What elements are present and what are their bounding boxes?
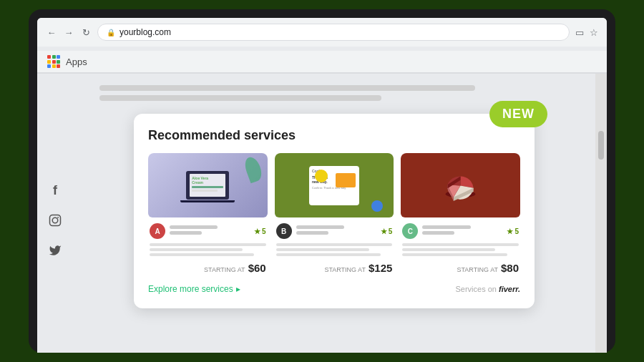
seller-row-1: A ★ 5 — [150, 223, 266, 239]
seller-name-lines-1 — [170, 225, 250, 237]
name-line — [296, 225, 344, 229]
fiverr-label: Services on — [455, 285, 496, 293]
service-thumbnail-3 — [401, 153, 520, 217]
facebook-icon[interactable]: f — [47, 182, 64, 199]
service-thumbnail-1: Aloe VeraCream — [148, 153, 268, 217]
desc-line — [276, 248, 369, 251]
desc-line — [402, 248, 495, 251]
explore-link-text: Explore more services — [148, 284, 233, 294]
star-icon-1: ★ — [254, 228, 260, 235]
fiverr-logo-text: fiverr. — [499, 285, 520, 293]
name-line — [170, 231, 202, 235]
seller-row-2: B ★ 5 — [276, 223, 393, 239]
svg-point-1 — [52, 217, 58, 223]
svg-point-2 — [57, 217, 59, 218]
starting-at-3: STARTING AT — [457, 266, 498, 273]
address-bar[interactable]: 🔒 yourblog.com — [97, 24, 570, 41]
fiverr-brand: Services on fiverr. — [455, 285, 520, 293]
starting-at-1: STARTING AT — [204, 266, 245, 273]
seller-name-lines-3 — [422, 225, 502, 237]
service-info-1: A ★ 5 — [148, 223, 268, 274]
desc-line — [150, 248, 243, 251]
price-1: $60 — [248, 262, 266, 274]
price-2: $125 — [369, 262, 392, 274]
apps-grid-icon[interactable] — [47, 55, 60, 68]
apps-bar: Apps — [37, 51, 607, 73]
envelope-icon — [336, 173, 356, 187]
browser-chrome: ← → ↻ 🔒 yourblog.com ▭ ☆ Ap — [37, 18, 607, 74]
laptop-screen: ← → ↻ 🔒 yourblog.com ▭ ☆ Ap — [37, 18, 607, 353]
explore-arrow-icon: ▸ — [236, 284, 240, 294]
browser-top-bar: ← → ↻ 🔒 yourblog.com ▭ ☆ — [37, 18, 607, 47]
pie-chart-svg — [437, 166, 484, 205]
lock-icon: 🔒 — [107, 29, 115, 36]
reload-button[interactable]: ↻ — [80, 26, 92, 38]
laptop-frame: ← → ↻ 🔒 yourblog.com ▭ ☆ Ap — [29, 9, 615, 353]
desc-line — [150, 243, 266, 246]
card-title: Recommended services — [148, 128, 520, 143]
new-badge: NEW — [489, 101, 547, 127]
star-icon-2: ★ — [381, 228, 387, 235]
price-3: $80 — [501, 262, 519, 274]
laptop-screen-inner: Aloe VeraCream — [190, 174, 225, 197]
rating-2: ★ 5 — [381, 228, 393, 235]
twitter-icon[interactable] — [47, 242, 64, 259]
main-content: NEW Recommended services Aloe VeraCream — [73, 74, 595, 353]
service-card-3[interactable]: C ★ 5 — [401, 153, 520, 274]
yellow-ball — [315, 170, 328, 182]
services-grid: Aloe VeraCream A — [148, 153, 520, 274]
browser-content: f — [37, 74, 607, 353]
back-button[interactable]: ← — [46, 26, 57, 38]
forward-button[interactable]: → — [63, 26, 74, 38]
apps-label: Apps — [66, 57, 87, 67]
star-icon-3: ★ — [507, 228, 513, 235]
rating-value-2: 5 — [389, 228, 393, 235]
seller-name-lines-2 — [296, 225, 376, 237]
svg-rect-0 — [50, 215, 61, 226]
cast-icon[interactable]: ▭ — [575, 27, 584, 38]
skeleton-line-1 — [99, 85, 476, 91]
name-line — [296, 231, 328, 235]
email-mockup: Confirm There's anew way. Confirm: Thank… — [309, 166, 359, 205]
service-card-1[interactable]: Aloe VeraCream A — [148, 153, 268, 274]
avatar-3: C — [402, 223, 418, 239]
desc-lines-3 — [402, 243, 519, 256]
desc-line — [402, 253, 507, 256]
price-row-1: STARTING AT $60 — [150, 262, 266, 274]
card-footer: Explore more services ▸ Services on five… — [148, 284, 520, 294]
rating-value-3: 5 — [514, 228, 519, 235]
desc-line — [150, 253, 254, 256]
service-thumbnail-2: Confirm There's anew way. Confirm: Thank… — [275, 153, 394, 217]
social-sidebar: f — [37, 74, 73, 353]
browser-actions: ▭ ☆ — [575, 27, 598, 38]
name-line — [170, 225, 218, 229]
scrollbar-thumb[interactable] — [598, 131, 604, 160]
rating-3: ★ 5 — [507, 228, 519, 235]
seller-row-3: C ★ 5 — [402, 223, 519, 239]
desc-lines-2 — [276, 243, 393, 256]
starting-at-2: STARTING AT — [324, 266, 366, 273]
desc-line — [276, 243, 393, 246]
rating-1: ★ 5 — [254, 228, 266, 235]
avatar-2: B — [276, 223, 292, 239]
price-row-2: STARTING AT $125 — [276, 262, 393, 274]
skeleton-line-2 — [99, 95, 381, 101]
url-text: yourblog.com — [119, 27, 171, 37]
fiverr-widget-card: NEW Recommended services Aloe VeraCream — [134, 114, 535, 308]
name-line — [422, 231, 454, 235]
right-scrollbar[interactable] — [595, 74, 607, 353]
desc-line — [276, 253, 381, 256]
rating-value-1: 5 — [262, 228, 266, 235]
service-card-2[interactable]: Confirm There's anew way. Confirm: Thank… — [275, 153, 394, 274]
service-info-2: B ★ 5 — [275, 223, 394, 274]
blue-ball — [371, 200, 383, 212]
name-line — [422, 225, 470, 229]
desc-lines-1 — [150, 243, 266, 256]
price-row-3: STARTING AT $80 — [402, 262, 519, 274]
service-info-3: C ★ 5 — [401, 223, 520, 274]
laptop-mockup: Aloe VeraCream — [186, 171, 229, 200]
instagram-icon[interactable] — [47, 212, 64, 229]
explore-link[interactable]: Explore more services ▸ — [148, 284, 240, 294]
avatar-1: A — [150, 223, 165, 239]
bookmark-icon[interactable]: ☆ — [590, 27, 598, 38]
